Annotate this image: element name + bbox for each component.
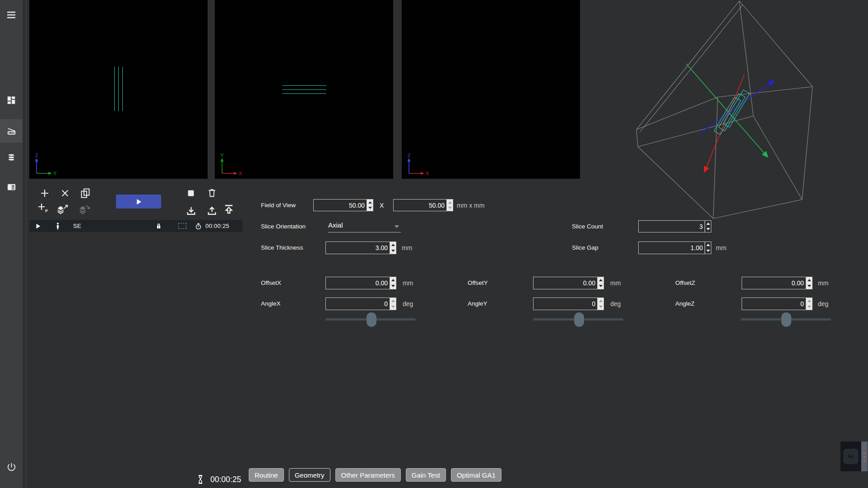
sidebar-item-database[interactable] (0, 146, 23, 169)
angle-z-slider-thumb[interactable] (781, 312, 791, 327)
spinner-down-icon[interactable] (806, 304, 812, 310)
tab-routine[interactable]: Routine (249, 468, 284, 482)
spinner-up-icon[interactable] (447, 200, 453, 205)
spinner-up-icon[interactable] (390, 242, 396, 248)
fov-y-input[interactable] (394, 200, 446, 211)
viewport-zy[interactable]: Z Y (29, 0, 208, 179)
slice-line (122, 67, 123, 111)
sidebar-item-scanner[interactable] (0, 119, 23, 143)
spinner-down-icon[interactable] (367, 205, 373, 211)
offset-x-unit: mm (403, 279, 413, 287)
angle-x-input[interactable] (326, 298, 390, 310)
svg-text:Z: Z (408, 153, 411, 158)
add-protocol-button[interactable]: P (36, 201, 49, 214)
spinner-up-icon[interactable] (598, 277, 603, 283)
tab-optimal-ga1[interactable]: Optimal GA1 (451, 468, 501, 482)
remove-button[interactable] (59, 187, 71, 200)
spinner-down-icon[interactable] (705, 248, 711, 254)
spinner-up-icon[interactable] (705, 221, 711, 227)
tab-gain-test[interactable]: Gain Test (406, 468, 446, 482)
slice-line (114, 67, 115, 111)
play-icon (35, 223, 41, 229)
menu-dot (863, 456, 865, 458)
hourglass-icon (195, 474, 205, 487)
slice-thickness-input[interactable] (326, 242, 390, 254)
upload-button[interactable] (205, 204, 218, 217)
angle-y-field (533, 297, 604, 310)
spinner-up-icon[interactable] (806, 277, 812, 283)
viewport-yx[interactable]: Y X (215, 0, 393, 179)
spinner-up-icon[interactable] (390, 277, 396, 283)
spinner-down-icon[interactable] (598, 304, 603, 310)
offset-x-input[interactable] (326, 277, 390, 289)
angle-z-label: AngleZ (675, 300, 695, 307)
viewport-zx[interactable]: Z X (402, 0, 580, 179)
spinner-down-icon[interactable] (390, 283, 396, 289)
offset-y-input[interactable] (534, 277, 597, 289)
download-button[interactable] (185, 204, 197, 217)
slice-count-spinner (705, 221, 711, 232)
angle-x-slider-thumb[interactable] (367, 312, 376, 327)
fov-x-input[interactable] (314, 200, 367, 211)
power-button[interactable] (0, 455, 23, 479)
selection-box-icon[interactable] (178, 220, 186, 232)
tab-geometry[interactable]: Geometry (289, 468, 330, 482)
run-sequence-button[interactable] (116, 195, 161, 209)
menu-dot (863, 460, 865, 461)
add-protocol-icon: P (37, 202, 48, 214)
app-root: Z Y Y X Z X (0, 0, 868, 488)
angle-y-slider-thumb[interactable] (574, 312, 584, 327)
fov-separator: X (380, 202, 384, 209)
delete-button[interactable] (205, 186, 218, 199)
export-layers-button[interactable] (56, 203, 69, 216)
import-layers-button[interactable] (78, 203, 91, 216)
spinner-down-icon[interactable] (705, 227, 711, 232)
add-button[interactable] (38, 187, 51, 200)
spinner-down-icon[interactable] (390, 304, 396, 310)
sequence-code: SE (73, 220, 81, 232)
sequence-row[interactable]: SE 00:00:25 (29, 220, 242, 232)
panel-splitter (26, 0, 27, 488)
lock-icon[interactable] (155, 220, 162, 232)
angle-y-input[interactable] (534, 298, 597, 310)
stop-button[interactable] (185, 187, 197, 200)
offset-x-field (325, 277, 396, 289)
publish-button[interactable] (223, 203, 235, 216)
spinner-down-icon[interactable] (598, 283, 603, 289)
sidebar-item-protocols[interactable] (0, 175, 23, 199)
spinner-down-icon[interactable] (447, 205, 453, 211)
parameter-tabs: Routine Geometry Other Parameters Gain T… (249, 468, 501, 482)
tab-other-parameters[interactable]: Other Parameters (335, 468, 401, 482)
offset-y-label: OffsetY (468, 279, 488, 286)
copy-button[interactable] (79, 187, 92, 200)
slice-line (118, 67, 119, 111)
overlay-widget-icon[interactable] (843, 449, 859, 464)
spinner-up-icon[interactable] (367, 200, 373, 205)
spinner-up-icon[interactable] (806, 298, 812, 304)
download-icon (186, 205, 197, 217)
sidebar (0, 0, 23, 488)
menu-icon (6, 9, 17, 20)
3d-view[interactable] (580, 0, 868, 226)
slice-orientation-select[interactable]: Axial (328, 221, 401, 229)
spinner-up-icon[interactable] (598, 298, 603, 304)
spinner-down-icon[interactable] (390, 248, 396, 254)
angle-z-input[interactable] (742, 298, 806, 310)
spinner-up-icon[interactable] (705, 242, 711, 248)
sequence-play-button[interactable] (35, 220, 41, 232)
dashboard-icon (6, 95, 16, 105)
angle-z-spinner (806, 298, 812, 310)
elapsed-time: 00:00:25 (210, 475, 241, 484)
offset-y-spinner (597, 277, 603, 289)
spinner-up-icon[interactable] (390, 298, 396, 304)
slice-gap-input[interactable] (639, 242, 705, 254)
spinner-down-icon[interactable] (806, 283, 812, 289)
slice-orientation-label: Slice Orientation (261, 223, 306, 230)
slice-orientation-value: Axial (328, 221, 343, 229)
slice-count-input[interactable] (639, 221, 705, 232)
offset-z-input[interactable] (742, 277, 806, 289)
sidebar-item-dashboard[interactable] (0, 88, 23, 112)
menu-button[interactable] (0, 3, 23, 27)
protocol-card-icon (6, 182, 17, 192)
slice-stack-3d (714, 90, 750, 135)
